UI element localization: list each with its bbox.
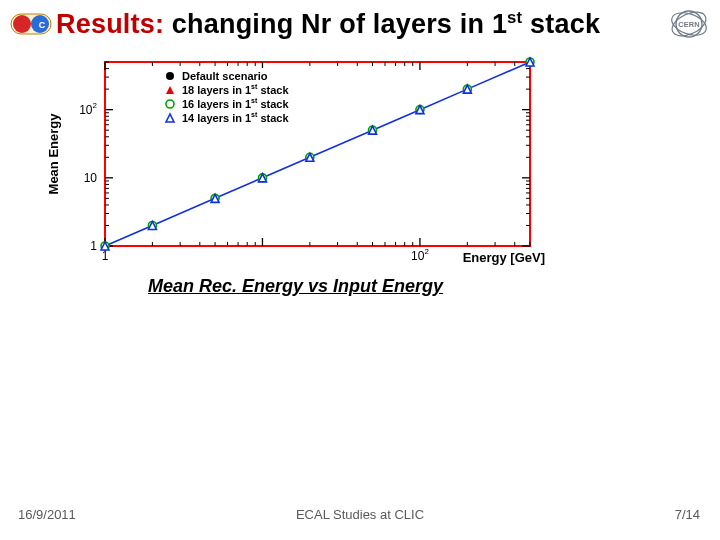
svg-point-145 xyxy=(166,72,174,80)
title-super: st xyxy=(507,8,522,27)
svg-text:Mean Energy: Mean Energy xyxy=(46,113,61,195)
clic-logo-icon: C xyxy=(10,6,52,42)
svg-text:18 layers in 1st stack: 18 layers in 1st stack xyxy=(182,83,289,96)
svg-point-1 xyxy=(13,15,31,33)
svg-text:16 layers in 1st stack: 16 layers in 1st stack xyxy=(182,97,289,110)
svg-text:CERN: CERN xyxy=(678,20,699,29)
chart: 1101021102Energy [GeV]Mean EnergyDefault… xyxy=(30,56,550,286)
title-row: C Results: changing Nr of layers in 1st … xyxy=(0,4,720,44)
title-rest: changing Nr of layers in 1 xyxy=(164,9,507,39)
svg-text:102: 102 xyxy=(79,101,97,117)
svg-text:1: 1 xyxy=(90,239,97,253)
svg-text:C: C xyxy=(39,20,46,30)
svg-text:Default scenario: Default scenario xyxy=(182,70,268,82)
svg-text:14 layers in 1st stack: 14 layers in 1st stack xyxy=(182,111,289,124)
title-results: Results: xyxy=(56,9,164,39)
cern-logo-icon: CERN xyxy=(666,4,712,44)
slide: C Results: changing Nr of layers in 1st … xyxy=(0,0,720,540)
svg-text:Energy [GeV]: Energy [GeV] xyxy=(463,250,545,265)
footer-center: ECAL Studies at CLIC xyxy=(0,507,720,522)
footer-page: 7/14 xyxy=(675,507,700,522)
chart-subtitle: Mean Rec. Energy vs Input Energy xyxy=(148,276,443,297)
svg-text:102: 102 xyxy=(411,247,429,263)
title-tail: stack xyxy=(522,9,600,39)
svg-point-149 xyxy=(166,100,174,108)
svg-text:1: 1 xyxy=(102,249,109,263)
svg-text:10: 10 xyxy=(84,171,98,185)
slide-title: Results: changing Nr of layers in 1st st… xyxy=(56,8,600,40)
